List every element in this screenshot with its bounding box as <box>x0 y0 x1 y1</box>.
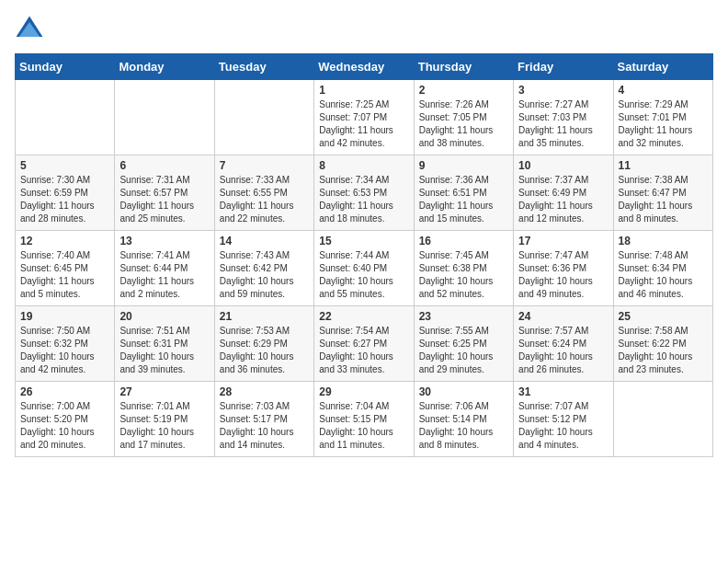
day-detail: Sunrise: 7:34 AMSunset: 6:53 PMDaylight:… <box>319 174 408 225</box>
day-number: 24 <box>518 310 608 323</box>
weekday-header-friday: Friday <box>514 54 613 80</box>
calendar-cell <box>16 80 115 155</box>
day-number: 5 <box>20 159 109 172</box>
day-number: 7 <box>220 159 309 172</box>
calendar-cell: 24Sunrise: 7:57 AMSunset: 6:24 PMDayligh… <box>514 306 613 382</box>
day-detail: Sunrise: 7:07 AMSunset: 5:12 PMDaylight:… <box>518 400 608 452</box>
day-detail: Sunrise: 7:55 AMSunset: 6:25 PMDaylight:… <box>419 325 508 376</box>
day-number: 26 <box>20 385 109 398</box>
calendar-cell: 20Sunrise: 7:51 AMSunset: 6:31 PMDayligh… <box>115 306 214 382</box>
day-detail: Sunrise: 7:04 AMSunset: 5:15 PMDaylight:… <box>319 400 408 452</box>
calendar-cell: 31Sunrise: 7:07 AMSunset: 5:12 PMDayligh… <box>514 382 613 457</box>
calendar-cell: 26Sunrise: 7:00 AMSunset: 5:20 PMDayligh… <box>16 382 115 457</box>
calendar-cell: 21Sunrise: 7:53 AMSunset: 6:29 PMDayligh… <box>214 306 313 382</box>
day-detail: Sunrise: 7:48 AMSunset: 6:34 PMDaylight:… <box>619 249 708 301</box>
day-detail: Sunrise: 7:27 AMSunset: 7:03 PMDaylight:… <box>518 98 608 150</box>
day-number: 2 <box>419 84 508 97</box>
calendar-cell: 23Sunrise: 7:55 AMSunset: 6:25 PMDayligh… <box>414 306 513 382</box>
day-number: 13 <box>119 235 209 247</box>
week-row-4: 19Sunrise: 7:50 AMSunset: 6:32 PMDayligh… <box>16 306 713 382</box>
calendar-cell: 4Sunrise: 7:29 AMSunset: 7:01 PMDaylight… <box>613 80 712 155</box>
day-detail: Sunrise: 7:26 AMSunset: 7:05 PMDaylight:… <box>419 98 508 150</box>
week-row-5: 26Sunrise: 7:00 AMSunset: 5:20 PMDayligh… <box>16 382 713 457</box>
calendar-cell: 11Sunrise: 7:38 AMSunset: 6:47 PMDayligh… <box>613 155 712 231</box>
calendar-cell: 10Sunrise: 7:37 AMSunset: 6:49 PMDayligh… <box>514 155 613 231</box>
day-number: 12 <box>20 235 109 247</box>
day-number: 23 <box>419 310 508 323</box>
day-number: 14 <box>220 235 309 247</box>
calendar-cell: 2Sunrise: 7:26 AMSunset: 7:05 PMDaylight… <box>414 80 513 155</box>
calendar-cell: 5Sunrise: 7:30 AMSunset: 6:59 PMDaylight… <box>16 155 115 231</box>
day-detail: Sunrise: 7:43 AMSunset: 6:42 PMDaylight:… <box>220 249 309 301</box>
day-number: 19 <box>20 310 109 323</box>
day-detail: Sunrise: 7:57 AMSunset: 6:24 PMDaylight:… <box>518 325 608 376</box>
calendar-header-row: SundayMondayTuesdayWednesdayThursdayFrid… <box>16 54 713 80</box>
weekday-header-tuesday: Tuesday <box>214 54 313 80</box>
day-detail: Sunrise: 7:45 AMSunset: 6:38 PMDaylight:… <box>419 249 508 301</box>
day-number: 6 <box>119 159 209 172</box>
logo-icon <box>15 15 44 44</box>
day-number: 16 <box>419 235 508 247</box>
day-detail: Sunrise: 7:03 AMSunset: 5:17 PMDaylight:… <box>220 400 309 452</box>
calendar-cell: 14Sunrise: 7:43 AMSunset: 6:42 PMDayligh… <box>214 231 313 306</box>
day-number: 20 <box>119 310 209 323</box>
day-detail: Sunrise: 7:40 AMSunset: 6:45 PMDaylight:… <box>20 249 109 301</box>
day-detail: Sunrise: 7:31 AMSunset: 6:57 PMDaylight:… <box>119 174 209 225</box>
calendar-cell: 19Sunrise: 7:50 AMSunset: 6:32 PMDayligh… <box>16 306 115 382</box>
page-header <box>15 15 713 44</box>
day-number: 22 <box>319 310 408 323</box>
calendar-cell: 12Sunrise: 7:40 AMSunset: 6:45 PMDayligh… <box>16 231 115 306</box>
weekday-header-monday: Monday <box>115 54 214 80</box>
day-detail: Sunrise: 7:30 AMSunset: 6:59 PMDaylight:… <box>20 174 109 225</box>
calendar-cell: 25Sunrise: 7:58 AMSunset: 6:22 PMDayligh… <box>613 306 712 382</box>
day-number: 18 <box>619 235 708 247</box>
day-detail: Sunrise: 7:36 AMSunset: 6:51 PMDaylight:… <box>419 174 508 225</box>
calendar-cell: 27Sunrise: 7:01 AMSunset: 5:19 PMDayligh… <box>115 382 214 457</box>
day-detail: Sunrise: 7:54 AMSunset: 6:27 PMDaylight:… <box>319 325 408 376</box>
week-row-3: 12Sunrise: 7:40 AMSunset: 6:45 PMDayligh… <box>16 231 713 306</box>
weekday-header-thursday: Thursday <box>414 54 513 80</box>
calendar-cell <box>214 80 313 155</box>
calendar-cell: 29Sunrise: 7:04 AMSunset: 5:15 PMDayligh… <box>314 382 414 457</box>
day-detail: Sunrise: 7:06 AMSunset: 5:14 PMDaylight:… <box>419 400 508 452</box>
day-number: 4 <box>619 84 708 97</box>
calendar-cell: 28Sunrise: 7:03 AMSunset: 5:17 PMDayligh… <box>214 382 313 457</box>
day-number: 15 <box>319 235 408 247</box>
day-detail: Sunrise: 7:29 AMSunset: 7:01 PMDaylight:… <box>619 98 708 150</box>
calendar-cell: 6Sunrise: 7:31 AMSunset: 6:57 PMDaylight… <box>115 155 214 231</box>
weekday-header-sunday: Sunday <box>16 54 115 80</box>
day-detail: Sunrise: 7:01 AMSunset: 5:19 PMDaylight:… <box>119 400 209 452</box>
calendar-cell: 7Sunrise: 7:33 AMSunset: 6:55 PMDaylight… <box>214 155 313 231</box>
day-number: 17 <box>518 235 608 247</box>
day-number: 11 <box>619 159 708 172</box>
day-number: 27 <box>119 385 209 398</box>
day-detail: Sunrise: 7:37 AMSunset: 6:49 PMDaylight:… <box>518 174 608 225</box>
calendar-cell <box>115 80 214 155</box>
calendar-cell: 13Sunrise: 7:41 AMSunset: 6:44 PMDayligh… <box>115 231 214 306</box>
day-number: 3 <box>518 84 608 97</box>
day-number: 21 <box>220 310 309 323</box>
day-number: 30 <box>419 385 508 398</box>
day-detail: Sunrise: 7:00 AMSunset: 5:20 PMDaylight:… <box>20 400 109 452</box>
day-detail: Sunrise: 7:47 AMSunset: 6:36 PMDaylight:… <box>518 249 608 301</box>
day-detail: Sunrise: 7:25 AMSunset: 7:07 PMDaylight:… <box>319 98 408 150</box>
day-number: 10 <box>518 159 608 172</box>
calendar-cell: 15Sunrise: 7:44 AMSunset: 6:40 PMDayligh… <box>314 231 414 306</box>
day-number: 31 <box>518 385 608 398</box>
calendar-cell <box>613 382 712 457</box>
day-detail: Sunrise: 7:33 AMSunset: 6:55 PMDaylight:… <box>220 174 309 225</box>
day-detail: Sunrise: 7:51 AMSunset: 6:31 PMDaylight:… <box>119 325 209 376</box>
weekday-header-wednesday: Wednesday <box>314 54 414 80</box>
calendar-cell: 1Sunrise: 7:25 AMSunset: 7:07 PMDaylight… <box>314 80 414 155</box>
day-detail: Sunrise: 7:38 AMSunset: 6:47 PMDaylight:… <box>619 174 708 225</box>
day-number: 25 <box>619 310 708 323</box>
logo <box>15 15 48 44</box>
calendar-cell: 9Sunrise: 7:36 AMSunset: 6:51 PMDaylight… <box>414 155 513 231</box>
calendar-cell: 16Sunrise: 7:45 AMSunset: 6:38 PMDayligh… <box>414 231 513 306</box>
day-number: 1 <box>319 84 408 97</box>
day-number: 9 <box>419 159 508 172</box>
day-detail: Sunrise: 7:50 AMSunset: 6:32 PMDaylight:… <box>20 325 109 376</box>
calendar-cell: 17Sunrise: 7:47 AMSunset: 6:36 PMDayligh… <box>514 231 613 306</box>
week-row-2: 5Sunrise: 7:30 AMSunset: 6:59 PMDaylight… <box>16 155 713 231</box>
day-detail: Sunrise: 7:44 AMSunset: 6:40 PMDaylight:… <box>319 249 408 301</box>
